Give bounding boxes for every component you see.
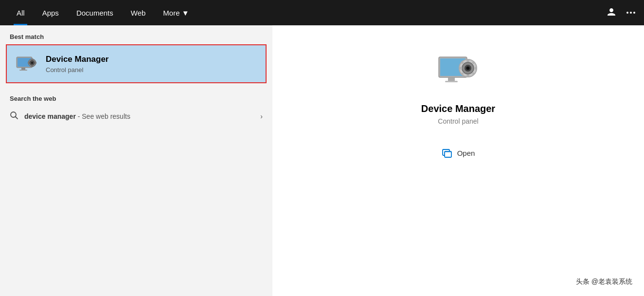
best-match-subtitle: Control panel — [46, 66, 108, 74]
best-match-item[interactable]: Device Manager Control panel — [6, 44, 267, 83]
web-search-item[interactable]: device manager - See web results › — [0, 106, 272, 127]
svg-point-9 — [31, 62, 34, 64]
ellipsis-icon[interactable] — [626, 7, 636, 18]
svg-rect-18 — [448, 77, 455, 81]
best-match-label: Best match — [0, 25, 272, 44]
nav-bar: All Apps Documents Web More ▼ — [0, 0, 644, 25]
tab-documents[interactable]: Documents — [68, 0, 122, 25]
detail-subtitle: Control panel — [438, 117, 478, 125]
best-match-text: Device Manager Control panel — [46, 55, 108, 74]
svg-rect-26 — [460, 67, 462, 70]
svg-rect-24 — [466, 59, 469, 62]
svg-point-23 — [466, 67, 470, 70]
svg-point-0 — [626, 12, 628, 14]
svg-rect-27 — [475, 67, 477, 70]
svg-line-15 — [16, 117, 18, 119]
person-icon[interactable] — [606, 7, 617, 18]
main-content: Best match — [0, 25, 644, 296]
tab-apps[interactable]: Apps — [34, 0, 68, 25]
svg-point-1 — [630, 12, 632, 14]
nav-right-icons — [606, 7, 636, 18]
left-panel: Best match — [0, 25, 272, 296]
device-manager-icon-large — [436, 50, 480, 93]
svg-rect-5 — [21, 68, 25, 70]
open-label: Open — [457, 149, 475, 157]
search-icon — [10, 111, 18, 122]
svg-rect-10 — [31, 58, 33, 60]
web-search-text: device manager - See web results — [24, 112, 260, 120]
svg-rect-19 — [445, 81, 458, 82]
best-match-title: Device Manager — [46, 55, 108, 64]
tab-web[interactable]: Web — [122, 0, 155, 25]
web-section-label: Search the web — [0, 87, 272, 106]
nav-tabs: All Apps Documents Web More ▼ — [8, 0, 198, 25]
svg-rect-25 — [466, 74, 469, 77]
open-action-button[interactable]: Open — [436, 145, 481, 161]
tab-all[interactable]: All — [8, 0, 34, 25]
svg-rect-6 — [19, 70, 27, 71]
svg-rect-34 — [445, 151, 451, 153]
chevron-right-icon: › — [260, 112, 263, 120]
svg-rect-13 — [35, 62, 36, 64]
detail-title: Device Manager — [421, 103, 495, 114]
watermark: 头条 @老袁装系统 — [576, 278, 632, 286]
svg-point-2 — [633, 12, 635, 14]
device-manager-icon-small — [15, 52, 38, 75]
svg-rect-11 — [31, 66, 33, 67]
open-icon — [442, 148, 452, 158]
right-panel: Device Manager Control panel Open — [272, 25, 644, 296]
svg-rect-12 — [28, 62, 29, 64]
tab-more[interactable]: More ▼ — [154, 0, 197, 25]
